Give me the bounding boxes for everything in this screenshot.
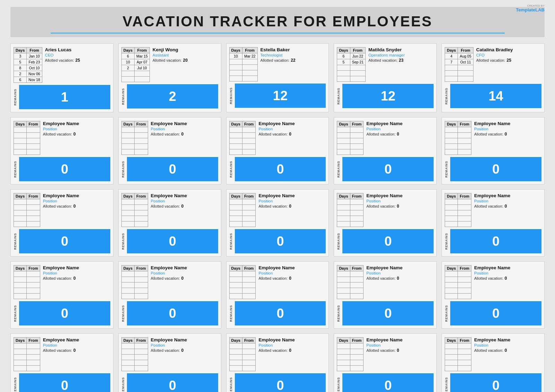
employee-position: Position xyxy=(258,199,326,203)
vacation-from xyxy=(350,277,364,282)
vacation-days xyxy=(337,76,350,82)
vacation-days xyxy=(229,355,242,360)
vacation-table: Days From xyxy=(337,265,364,299)
employee-name: Employee Name xyxy=(43,265,110,270)
from-header: From xyxy=(135,47,150,53)
allotted-row: Allotted vacation: 22 xyxy=(261,58,326,63)
vacation-days xyxy=(337,127,350,133)
employee-info: Employee Name Position Allotted vacation… xyxy=(43,265,110,281)
allotted-row: Allotted vacation: 0 xyxy=(151,276,218,281)
vacation-days xyxy=(337,210,350,216)
days-header: Days xyxy=(229,338,242,343)
employee-position: Position xyxy=(258,343,326,347)
vacation-from xyxy=(27,133,40,138)
vacation-days xyxy=(337,71,350,76)
vacation-from xyxy=(135,294,148,299)
employee-name: Employee Name xyxy=(258,193,326,198)
employee-info: Employee Name Position Allotted vacation… xyxy=(474,265,541,281)
employee-name: Employee Name xyxy=(43,193,110,198)
vacation-table: Days From xyxy=(14,193,40,227)
remains-section: REMAINS 0 xyxy=(337,157,434,181)
vacation-days xyxy=(445,71,458,76)
allotted-value: 0 xyxy=(505,276,507,281)
employee-name: Employee Name xyxy=(151,121,218,126)
remains-section: REMAINS 0 xyxy=(229,373,326,392)
vacation-from: Jan 10 xyxy=(27,53,42,59)
vacation-from xyxy=(350,343,364,349)
vacation-days xyxy=(229,144,242,149)
remains-box: 0 xyxy=(127,229,218,253)
vacation-days xyxy=(121,343,134,349)
remains-section: REMAINS 0 xyxy=(445,229,541,253)
employee-info: Employee Name Position Allotted vacation… xyxy=(43,121,110,137)
vacation-from xyxy=(350,221,364,227)
remains-label: REMAINS xyxy=(445,377,448,392)
allotted-label: Allotted vacation: xyxy=(366,204,395,208)
vacation-from xyxy=(135,71,150,77)
remains-section: REMAINS 12 xyxy=(337,84,434,108)
vacation-from xyxy=(27,366,40,371)
vacation-from xyxy=(350,216,364,221)
allotted-value: 22 xyxy=(291,58,295,63)
from-header: From xyxy=(242,338,256,343)
vacation-from xyxy=(242,138,256,144)
allotted-label: Allotted vacation: xyxy=(43,132,72,136)
allotted-row: Allotted vacation: 0 xyxy=(43,276,110,281)
created-by-label: CREATED BY xyxy=(516,4,545,7)
vacation-days xyxy=(14,343,27,349)
employee-position: Position xyxy=(474,199,541,203)
vacation-days xyxy=(229,349,242,355)
remains-section: REMAINS 0 xyxy=(337,373,434,392)
from-header: From xyxy=(350,121,364,127)
page-header: VACATION TRACKER FOR EMPLOYEES xyxy=(10,7,545,37)
remains-label: REMAINS xyxy=(229,233,233,250)
remains-label: REMAINS xyxy=(229,161,233,178)
vacation-days xyxy=(445,149,458,155)
vacation-from xyxy=(135,271,148,277)
vacation-from xyxy=(350,205,364,210)
employee-card: Days From Employee Nam xyxy=(118,117,221,184)
allotted-row: Allotted vacation: 0 xyxy=(366,348,434,353)
employee-card: Days From Employee Nam xyxy=(118,189,221,256)
allotted-label: Allotted vacation: xyxy=(476,58,505,62)
vacation-days xyxy=(14,127,27,133)
vacation-from xyxy=(135,221,148,227)
vacation-from xyxy=(458,199,471,205)
allotted-row: Allotted vacation: 25 xyxy=(45,58,110,63)
vacation-from xyxy=(350,360,364,366)
vacation-from xyxy=(242,349,256,355)
from-header: From xyxy=(135,265,148,271)
vacation-days xyxy=(121,133,134,138)
allotted-row: Allotted vacation: 0 xyxy=(258,348,326,353)
vacation-days xyxy=(337,199,350,205)
vacation-table: Days From xyxy=(14,265,40,299)
vacation-from xyxy=(135,349,148,355)
vacation-from xyxy=(242,144,256,149)
vacation-from xyxy=(135,77,150,82)
vacation-from xyxy=(350,149,364,155)
allotted-row: Allotted vacation: 0 xyxy=(258,132,326,137)
days-header: Days xyxy=(121,193,134,199)
remains-box: 0 xyxy=(450,157,541,181)
vacation-table: Days From xyxy=(14,337,40,371)
days-header: Days xyxy=(14,338,27,343)
vacation-from xyxy=(242,210,256,216)
vacation-from xyxy=(242,76,257,81)
remains-section: REMAINS 1 xyxy=(14,85,110,109)
vacation-from xyxy=(27,349,40,355)
vacation-from xyxy=(242,343,256,349)
vacation-from xyxy=(458,133,471,138)
vacation-from xyxy=(242,205,256,210)
remains-box: 0 xyxy=(342,157,434,181)
from-header: From xyxy=(27,47,42,53)
vacation-days xyxy=(445,76,458,82)
remains-section: REMAINS 2 xyxy=(121,84,218,108)
employee-card: Days From Employee Nam xyxy=(442,333,545,392)
allotted-row: Allotted vacation: 20 xyxy=(153,58,218,63)
remains-section: REMAINS 0 xyxy=(229,301,326,325)
allotted-row: Allotted vacation: 23 xyxy=(368,58,434,63)
vacation-days xyxy=(14,138,27,144)
from-header: From xyxy=(350,338,364,343)
allotted-row: Allotted vacation: 0 xyxy=(151,348,218,353)
vacation-from xyxy=(242,355,256,360)
